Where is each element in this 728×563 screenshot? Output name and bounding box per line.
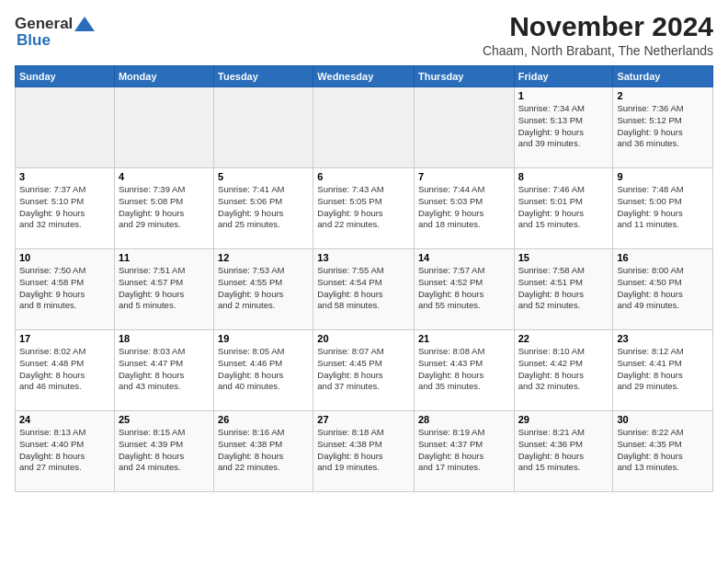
header: General Blue November 2024 Chaam, North … [15,11,713,58]
day-number: 5 [218,171,309,182]
calendar-cell: 15Sunrise: 7:58 AM Sunset: 4:51 PM Dayli… [514,249,613,330]
day-number: 1 [518,90,609,101]
calendar-cell: 13Sunrise: 7:55 AM Sunset: 4:54 PM Dayli… [313,249,415,330]
logo-icon [74,17,95,31]
calendar-cell [114,87,213,168]
day-number: 26 [218,414,309,425]
day-info: Sunrise: 7:55 AM Sunset: 4:54 PM Dayligh… [317,265,410,312]
day-number: 19 [218,333,309,344]
page: General Blue November 2024 Chaam, North … [0,0,728,563]
day-info: Sunrise: 8:08 AM Sunset: 4:43 PM Dayligh… [418,346,510,393]
day-info: Sunrise: 7:48 AM Sunset: 5:00 PM Dayligh… [617,184,709,231]
day-number: 12 [218,252,309,263]
day-number: 13 [317,252,410,263]
calendar-cell: 2Sunrise: 7:36 AM Sunset: 5:12 PM Daylig… [613,87,713,168]
day-info: Sunrise: 7:46 AM Sunset: 5:01 PM Dayligh… [518,184,609,231]
day-info: Sunrise: 7:41 AM Sunset: 5:06 PM Dayligh… [218,184,309,231]
day-info: Sunrise: 8:19 AM Sunset: 4:37 PM Dayligh… [418,427,510,474]
day-number: 27 [317,414,410,425]
calendar-cell: 16Sunrise: 8:00 AM Sunset: 4:50 PM Dayli… [613,249,713,330]
col-monday: Monday [114,66,213,87]
calendar-cell: 19Sunrise: 8:05 AM Sunset: 4:46 PM Dayli… [214,330,313,411]
day-info: Sunrise: 8:18 AM Sunset: 4:38 PM Dayligh… [317,427,410,474]
calendar-cell [414,87,514,168]
col-thursday: Thursday [414,66,514,87]
calendar-cell: 11Sunrise: 7:51 AM Sunset: 4:57 PM Dayli… [114,249,213,330]
day-number: 4 [119,171,210,182]
calendar-cell: 26Sunrise: 8:16 AM Sunset: 4:38 PM Dayli… [214,411,313,492]
day-info: Sunrise: 8:10 AM Sunset: 4:42 PM Dayligh… [518,346,609,393]
calendar-cell: 22Sunrise: 8:10 AM Sunset: 4:42 PM Dayli… [514,330,613,411]
day-number: 23 [617,333,709,344]
col-tuesday: Tuesday [214,66,313,87]
day-number: 2 [617,90,709,101]
calendar-cell: 6Sunrise: 7:43 AM Sunset: 5:05 PM Daylig… [313,168,415,249]
day-info: Sunrise: 8:21 AM Sunset: 4:36 PM Dayligh… [518,427,609,474]
day-info: Sunrise: 8:13 AM Sunset: 4:40 PM Dayligh… [19,427,110,474]
col-sunday: Sunday [16,66,115,87]
calendar-cell: 25Sunrise: 8:15 AM Sunset: 4:39 PM Dayli… [114,411,213,492]
day-info: Sunrise: 8:05 AM Sunset: 4:46 PM Dayligh… [218,346,309,393]
day-info: Sunrise: 7:51 AM Sunset: 4:57 PM Dayligh… [119,265,210,312]
day-info: Sunrise: 7:34 AM Sunset: 5:13 PM Dayligh… [518,103,609,150]
col-wednesday: Wednesday [313,66,415,87]
day-info: Sunrise: 8:12 AM Sunset: 4:41 PM Dayligh… [617,346,709,393]
calendar-cell: 28Sunrise: 8:19 AM Sunset: 4:37 PM Dayli… [414,411,514,492]
day-info: Sunrise: 7:57 AM Sunset: 4:52 PM Dayligh… [418,265,510,312]
day-number: 17 [19,333,110,344]
sub-title: Chaam, North Brabant, The Netherlands [483,43,713,58]
day-number: 6 [317,171,410,182]
day-info: Sunrise: 8:15 AM Sunset: 4:39 PM Dayligh… [119,427,210,474]
day-number: 21 [418,333,510,344]
day-info: Sunrise: 7:39 AM Sunset: 5:08 PM Dayligh… [119,184,210,231]
day-info: Sunrise: 8:00 AM Sunset: 4:50 PM Dayligh… [617,265,709,312]
day-number: 28 [418,414,510,425]
calendar-cell: 12Sunrise: 7:53 AM Sunset: 4:55 PM Dayli… [214,249,313,330]
calendar-cell: 17Sunrise: 8:02 AM Sunset: 4:48 PM Dayli… [16,330,115,411]
day-info: Sunrise: 7:44 AM Sunset: 5:03 PM Dayligh… [418,184,510,231]
day-number: 25 [119,414,210,425]
day-number: 24 [19,414,110,425]
calendar-cell: 5Sunrise: 7:41 AM Sunset: 5:06 PM Daylig… [214,168,313,249]
day-number: 15 [518,252,609,263]
logo-general-text: General [15,15,73,33]
day-number: 3 [19,171,110,182]
day-number: 8 [518,171,609,182]
day-info: Sunrise: 7:53 AM Sunset: 4:55 PM Dayligh… [218,265,309,312]
day-info: Sunrise: 7:43 AM Sunset: 5:05 PM Dayligh… [317,184,410,231]
day-info: Sunrise: 7:36 AM Sunset: 5:12 PM Dayligh… [617,103,709,150]
calendar-cell: 24Sunrise: 8:13 AM Sunset: 4:40 PM Dayli… [16,411,115,492]
logo-wordmark: General [15,15,95,33]
svg-marker-0 [74,17,95,31]
calendar-cell: 18Sunrise: 8:03 AM Sunset: 4:47 PM Dayli… [114,330,213,411]
day-info: Sunrise: 8:02 AM Sunset: 4:48 PM Dayligh… [19,346,110,393]
day-number: 7 [418,171,510,182]
calendar-cell: 27Sunrise: 8:18 AM Sunset: 4:38 PM Dayli… [313,411,415,492]
day-number: 18 [119,333,210,344]
day-number: 9 [617,171,709,182]
col-saturday: Saturday [613,66,713,87]
day-number: 16 [617,252,709,263]
col-friday: Friday [514,66,613,87]
day-number: 20 [317,333,410,344]
day-number: 14 [418,252,510,263]
day-number: 10 [19,252,110,263]
day-number: 22 [518,333,609,344]
calendar-cell: 30Sunrise: 8:22 AM Sunset: 4:35 PM Dayli… [613,411,713,492]
calendar-cell: 1Sunrise: 7:34 AM Sunset: 5:13 PM Daylig… [514,87,613,168]
day-info: Sunrise: 8:07 AM Sunset: 4:45 PM Dayligh… [317,346,410,393]
day-info: Sunrise: 8:03 AM Sunset: 4:47 PM Dayligh… [119,346,210,393]
calendar-cell: 10Sunrise: 7:50 AM Sunset: 4:58 PM Dayli… [16,249,115,330]
calendar-cell: 3Sunrise: 7:37 AM Sunset: 5:10 PM Daylig… [16,168,115,249]
day-info: Sunrise: 7:37 AM Sunset: 5:10 PM Dayligh… [19,184,110,231]
calendar-cell [16,87,115,168]
calendar-cell: 4Sunrise: 7:39 AM Sunset: 5:08 PM Daylig… [114,168,213,249]
calendar-cell: 14Sunrise: 7:57 AM Sunset: 4:52 PM Dayli… [414,249,514,330]
day-info: Sunrise: 7:58 AM Sunset: 4:51 PM Dayligh… [518,265,609,312]
calendar-cell [313,87,415,168]
main-title: November 2024 [483,11,713,41]
calendar-cell: 20Sunrise: 8:07 AM Sunset: 4:45 PM Dayli… [313,330,415,411]
day-number: 29 [518,414,609,425]
logo-blue-text: Blue [15,31,51,50]
day-info: Sunrise: 8:22 AM Sunset: 4:35 PM Dayligh… [617,427,709,474]
